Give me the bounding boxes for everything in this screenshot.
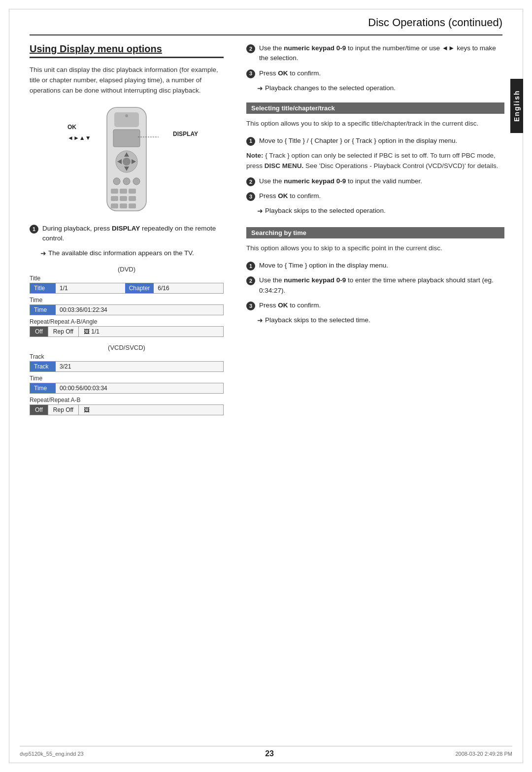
svg-point-11: [123, 178, 130, 185]
page-header: Disc Operations (continued): [0, 0, 532, 34]
dvd-repoff-cell: Rep Off: [48, 327, 79, 336]
dvd-chapter-cell: Chapter: [125, 283, 154, 293]
dvd-title-cell: Title: [30, 283, 56, 293]
intro-text: This unit can display the disc playback …: [30, 65, 224, 96]
step-3-num: 3: [246, 69, 255, 78]
right-column: 2 Use the numeric keypad 0-9 to input th…: [241, 35, 512, 425]
subtitle-text: (continued): [445, 16, 502, 29]
s2-step-3-arrow-text: Playback skips to the selected time.: [265, 315, 370, 326]
s1-step-1-text: Move to { Title } / { Chapter } or { Tra…: [259, 136, 457, 146]
vcd-track-box: Track 3/21: [30, 361, 224, 372]
vcd-icon-cell: 🖼: [79, 405, 95, 415]
step-1-arrow-text: The available disc information appears o…: [48, 248, 194, 259]
s2-step-3-arrow: ➜ Playback skips to the selected time.: [257, 315, 504, 326]
svg-rect-21: [129, 203, 136, 208]
svg-rect-13: [111, 189, 118, 194]
step-3-text: Press OK to confirm.: [259, 68, 321, 78]
step-3: 3 Press OK to confirm.: [246, 68, 504, 78]
step-1: 1 During playback, press DISPLAY repeate…: [30, 224, 224, 244]
svg-point-10: [113, 178, 120, 185]
dvd-label: (DVD): [30, 266, 224, 273]
s1-step-3-text: Press OK to confirm.: [259, 191, 321, 201]
dvd-off-cell: Off: [30, 327, 48, 336]
vcd-track-label: Track: [30, 353, 224, 360]
s1-step-2-text: Use the numeric keypad 0-9 to input the …: [259, 176, 422, 186]
vcd-track-val: 3/21: [56, 362, 223, 371]
s2-step-1-text: Move to { Time } option in the display m…: [259, 261, 388, 270]
svg-rect-19: [111, 203, 118, 208]
dvd-repeat-box: Off Rep Off 🖼 1/1: [30, 326, 224, 337]
vcd-label: (VCD/SVCD): [30, 344, 224, 351]
svg-point-2: [125, 114, 128, 117]
footer-left: dvp5120k_55_eng.indd 23: [20, 751, 84, 757]
s1-note: Note: { Track } option can only be selec…: [246, 151, 504, 171]
display-label: DISPLAY: [173, 131, 198, 137]
s1-step-3-arrow: ➜ Playback skips to the selected operati…: [257, 206, 504, 216]
main-content: Using Display menu options This unit can…: [0, 35, 532, 425]
vcd-section: (VCD/SVCD) Track Track 3/21 Time Time 00…: [30, 344, 224, 415]
section2-header: Searching by time: [246, 227, 504, 238]
vcd-time-box: Time 00:00:56/00:03:34: [30, 383, 224, 394]
svg-rect-17: [120, 196, 127, 201]
svg-rect-20: [120, 203, 127, 208]
s2-step-1-num: 1: [246, 262, 255, 270]
step-1-arrow: ➜ The available disc information appears…: [40, 248, 224, 259]
dvd-time-val: 00:03:36/01:22:34: [56, 305, 223, 314]
svg-rect-16: [111, 196, 118, 201]
s2-step-3: 3 Press OK to confirm.: [246, 301, 504, 310]
s2-step-2-text: Use the numeric keypad 0-9 to enter the …: [259, 275, 504, 296]
vcd-repeat-label: Repeat/Repeat A-B: [30, 397, 224, 403]
dvd-section: (DVD) Title Title 1/1 Chapter 6/16 Time …: [30, 266, 224, 337]
dvd-title-row-label: Title: [30, 275, 224, 282]
remote-illustration: [95, 105, 159, 213]
vcd-track-cell: Track: [30, 362, 56, 371]
dvd-title-val1: 1/1: [56, 284, 125, 293]
svg-point-5: [123, 158, 131, 166]
s1-step-1-num: 1: [246, 137, 255, 146]
step-2-text: Use the numeric keypad 0-9 to input the …: [259, 43, 504, 64]
s1-step-2-num: 2: [246, 177, 255, 186]
dvd-time-row-label: Time: [30, 297, 224, 303]
vcd-repoff-cell: Rep Off: [48, 405, 79, 415]
page-footer: dvp5120k_55_eng.indd 23 23 2008-03-20 2:…: [20, 746, 512, 758]
english-tab: English: [510, 79, 523, 133]
title-text: Disc Operations: [368, 16, 445, 29]
page-number: 23: [265, 749, 274, 758]
s2-step-3-num: 3: [246, 302, 255, 310]
section2-intro: This option allows you to skip to a spec…: [246, 243, 504, 254]
section1-intro: This option allows you to skip to a spec…: [246, 119, 504, 129]
svg-rect-18: [129, 196, 136, 201]
vcd-repeat-box: Off Rep Off 🖼: [30, 404, 224, 415]
step-2: 2 Use the numeric keypad 0-9 to input th…: [246, 43, 504, 64]
vcd-off-cell: Off: [30, 405, 48, 415]
svg-rect-3: [113, 130, 140, 147]
vcd-time-cell: Time: [30, 383, 56, 393]
left-column: Using Display menu options This unit can…: [20, 35, 232, 425]
s2-step-1: 1 Move to { Time } option in the display…: [246, 261, 504, 270]
step-3-arrow-text: Playback changes to the selected operati…: [265, 83, 396, 94]
footer-right: 2008-03-20 2:49:28 PM: [455, 751, 512, 757]
dvd-repeat-label: Repeat/Repeat A-B/Angle: [30, 318, 224, 325]
svg-rect-15: [129, 189, 136, 194]
section-title: Using Display menu options: [30, 43, 224, 58]
s1-step-1: 1 Move to { Title } / { Chapter } or { T…: [246, 136, 504, 146]
s1-step-3-arrow-text: Playback skips to the selected operation…: [265, 206, 386, 216]
arrow-label: ◄►▲▼: [67, 134, 91, 141]
page-title: Disc Operations (continued): [368, 14, 502, 29]
dvd-time-cell: Time: [30, 305, 56, 315]
svg-point-12: [133, 178, 140, 185]
section1-header: Selecting title/chapter/track: [246, 102, 504, 114]
vcd-time-val: 00:00:56/00:03:34: [56, 384, 223, 393]
dvd-title-box: Title 1/1 Chapter 6/16: [30, 283, 224, 294]
step-3-arrow: ➜ Playback changes to the selected opera…: [257, 83, 504, 94]
dvd-time-box: Time 00:03:36/01:22:34: [30, 304, 224, 315]
step-2-num: 2: [246, 44, 255, 53]
dvd-angle-cell: 🖼 1/1: [79, 327, 104, 336]
s2-step-3-text: Press OK to confirm.: [259, 301, 321, 310]
remote-area: OK ◄►▲▼: [30, 105, 224, 215]
step-1-num: 1: [30, 225, 38, 234]
vcd-time-label: Time: [30, 375, 224, 382]
dvd-chapter-val: 6/16: [154, 284, 223, 293]
s2-step-2: 2 Use the numeric keypad 0-9 to enter th…: [246, 275, 504, 296]
s1-step-3: 3 Press OK to confirm.: [246, 191, 504, 201]
